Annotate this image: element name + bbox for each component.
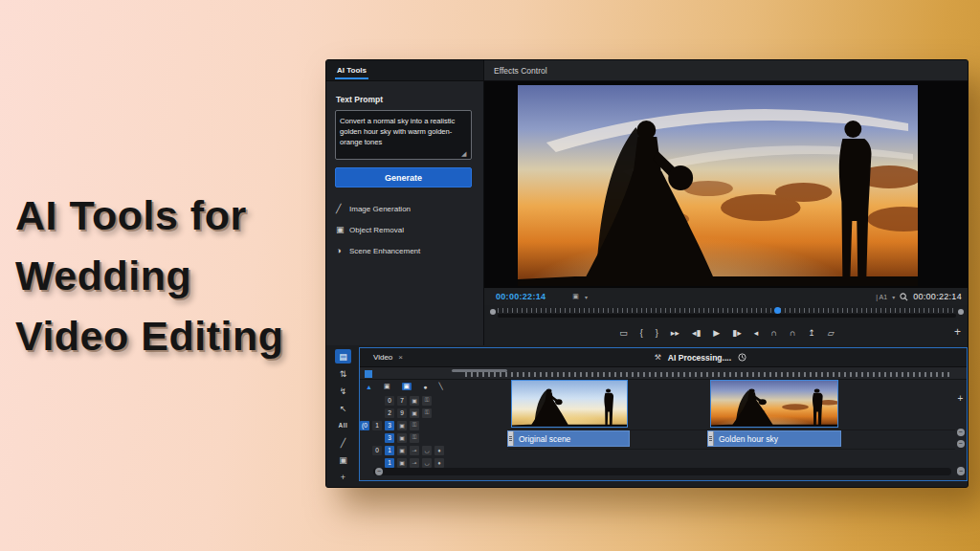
track-solo-icon[interactable]: ⊸ xyxy=(410,458,419,468)
current-timecode: 00:00:22:14 xyxy=(496,292,546,301)
scrubber-track[interactable] xyxy=(498,314,956,318)
track-toggle[interactable]: 1 xyxy=(372,421,382,430)
marker-tool-icon[interactable]: ▣ xyxy=(335,452,351,467)
track-lock-icon[interactable]: ⚿ xyxy=(422,396,432,406)
zoom-level-dropdown[interactable]: ▾ xyxy=(585,294,588,300)
menu-item-scene-enhancement[interactable]: ◑ Scene Enhancement xyxy=(336,240,479,261)
tab-video-sequence[interactable]: Video × xyxy=(373,353,403,362)
playhead-marker[interactable] xyxy=(774,307,781,314)
hand-tool-icon[interactable]: ↖ xyxy=(335,401,351,415)
track-toggle[interactable]: 3 xyxy=(385,421,394,430)
track-toggle[interactable]: 1 xyxy=(385,446,394,455)
preview-video-frame[interactable] xyxy=(518,85,918,286)
track-toggle[interactable]: 9 xyxy=(397,408,407,418)
mark-out-icon[interactable]: } xyxy=(656,329,658,338)
track-mute-icon[interactable]: ▣ xyxy=(397,458,407,468)
scrubber-right-knob[interactable] xyxy=(958,309,964,315)
zoom-in-track-icon[interactable]: + xyxy=(958,393,964,404)
clip-drag-handle[interactable] xyxy=(708,431,714,446)
go-to-edit-icon[interactable]: ◂ xyxy=(754,329,759,338)
track-toggle[interactable]: 0 xyxy=(385,396,394,406)
export-icon[interactable]: ↥ xyxy=(808,329,815,338)
lift-icon[interactable]: ▭ xyxy=(619,329,628,338)
video-editor-window: AI Tools Text Prompt Convert a normal sk… xyxy=(325,59,969,488)
track-eye-icon[interactable]: ▣ xyxy=(397,433,407,443)
track-lock-icon[interactable]: ⚿ xyxy=(410,433,419,443)
zoom-out-icon[interactable]: − xyxy=(375,468,383,475)
track-header-a1: 0 1 ▣ ⊸ ◡ ♦ xyxy=(360,445,508,455)
menu-item-label: Scene Enhancement xyxy=(349,247,420,255)
track-select-tool-icon[interactable]: ⇅ xyxy=(335,366,351,381)
ai-tool-icon[interactable]: AII xyxy=(335,418,351,432)
clip-label-original-scene[interactable]: Original scene xyxy=(507,430,630,447)
track-toggle[interactable]: 1 xyxy=(385,458,394,468)
add-button[interactable]: + xyxy=(954,325,961,339)
ai-panel-tabbar: AI Tools xyxy=(326,60,483,81)
track-toggle[interactable]: 0 xyxy=(372,446,382,455)
magnifier-icon[interactable] xyxy=(900,293,908,301)
clip-thumbnail-original[interactable] xyxy=(511,380,628,428)
track-eye-icon[interactable]: ▣ xyxy=(410,396,419,406)
track-solo-icon[interactable]: ⊸ xyxy=(410,446,419,455)
close-icon[interactable]: × xyxy=(398,353,403,362)
clip-original-scene[interactable] xyxy=(511,380,628,430)
track-monitor-icon[interactable]: ◡ xyxy=(422,446,432,455)
step-forward-icon[interactable]: ▮▸ xyxy=(732,329,741,338)
insert-mode-icon[interactable]: ▣ xyxy=(402,383,412,390)
menu-item-image-generation[interactable]: ╱ Image Generation xyxy=(336,198,479,219)
selection-tool-icon[interactable]: ▤ xyxy=(335,349,351,364)
loop-icon[interactable]: ∩ xyxy=(770,329,776,338)
ripple-edit-tool-icon[interactable]: ↯ xyxy=(335,384,351,398)
track-toggle[interactable]: 3 xyxy=(385,433,394,443)
track-monitor-icon[interactable]: ◡ xyxy=(422,458,432,468)
track-toggle[interactable]: 2 xyxy=(385,408,394,418)
headphones-icon[interactable]: ∩ xyxy=(790,329,795,338)
monitor-status-bar: 00:00:22:14 ▣ ▾ | A1 ▾ 00:00:22:14 xyxy=(484,288,969,305)
track-lock-icon[interactable]: ⚿ xyxy=(422,408,432,418)
scrubber-ticks xyxy=(498,308,956,313)
linked-selection-icon[interactable]: ▣ xyxy=(384,383,390,390)
ruler-ticks xyxy=(465,372,953,377)
fit-icon[interactable]: ▣ xyxy=(572,293,579,300)
timeline-panel: Video × ⚒ AI Processing.... xyxy=(359,347,968,481)
collapse-track-icon[interactable]: − xyxy=(957,429,965,436)
audio-track-selector[interactable]: | A1 xyxy=(876,294,887,300)
mic-icon[interactable]: ♦ xyxy=(434,446,444,455)
collapse-track-icon[interactable]: − xyxy=(957,440,965,448)
mark-in-icon[interactable]: { xyxy=(640,329,643,338)
pen-icon[interactable]: ╲ xyxy=(438,383,442,390)
track-divider xyxy=(508,449,955,450)
track-lock-icon[interactable]: ⚿ xyxy=(410,421,419,430)
track-eye-icon[interactable]: ▣ xyxy=(410,408,419,418)
clip-drag-handle[interactable] xyxy=(508,431,514,446)
generate-button[interactable]: Generate xyxy=(335,167,472,187)
track-toggle[interactable]: 7 xyxy=(397,396,407,406)
track-eye-icon[interactable]: ▣ xyxy=(397,421,407,430)
step-back-icon[interactable]: ◂▮ xyxy=(692,329,701,338)
clip-golden-hour-sky[interactable] xyxy=(710,380,838,430)
zoom-out-icon[interactable]: − xyxy=(957,468,965,475)
mic-icon[interactable]: ♦ xyxy=(434,458,444,468)
timeline-vertical-scrollbar: + − − − xyxy=(956,393,965,474)
tab-ai-tools[interactable]: AI Tools xyxy=(335,62,368,79)
scrubber-left-knob[interactable] xyxy=(490,309,496,315)
pen-tool-icon[interactable]: ╱ xyxy=(335,435,351,450)
track-mute-icon[interactable]: ▣ xyxy=(397,446,407,455)
timeline-ruler[interactable] xyxy=(360,367,967,380)
track-source-toggle[interactable]: (0 xyxy=(360,421,369,430)
clip-label-golden-hour-sky[interactable]: Golden hour sky xyxy=(707,430,841,447)
work-area-marker[interactable] xyxy=(365,370,372,378)
prompt-input[interactable]: Convert a normal sky into a realistic go… xyxy=(335,110,472,160)
program-monitor xyxy=(484,81,969,288)
crosshair-tool-icon[interactable]: + xyxy=(335,470,351,484)
chevron-down-icon[interactable]: ▾ xyxy=(892,294,895,300)
monitor-scrubber[interactable] xyxy=(490,306,964,319)
play-icon[interactable]: ▶ xyxy=(713,329,720,338)
snap-icon[interactable]: ▲ xyxy=(366,384,372,390)
clip-thumbnail-golden[interactable] xyxy=(710,380,838,428)
shuttle-icon[interactable]: ▸▸ xyxy=(671,329,679,338)
menu-item-object-removal[interactable]: ▣ Object Removal xyxy=(336,219,479,240)
timeline-horizontal-scrollbar[interactable]: − − xyxy=(373,468,951,475)
comparison-icon[interactable]: ▱ xyxy=(828,329,835,338)
marker-icon[interactable]: ● xyxy=(423,384,427,390)
